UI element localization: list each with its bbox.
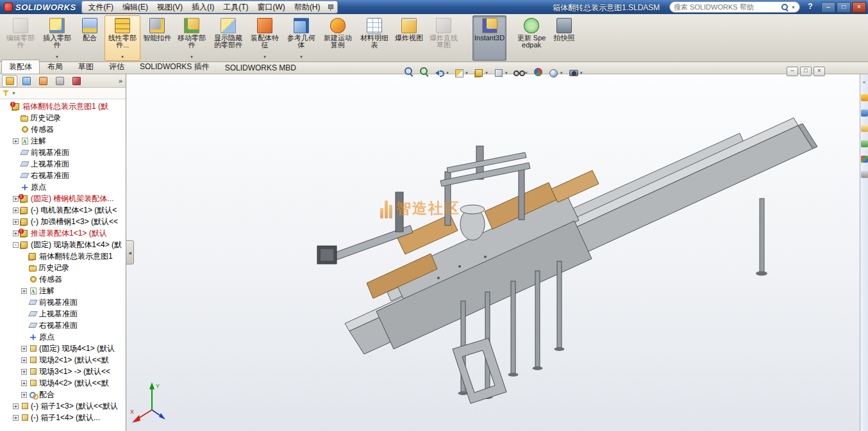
tree-expand-toggle[interactable]: + (13, 219, 19, 225)
design-library-icon[interactable] (861, 110, 868, 117)
ribbon-button[interactable]: 显示隐藏的零部件 (210, 15, 246, 61)
tree-item[interactable]: - (固定) 现场装配体1<4> (默 (0, 239, 126, 250)
tree-item[interactable]: 前视基准面 (0, 297, 126, 308)
dropdown-arrow-icon[interactable] (580, 65, 583, 77)
tree-item[interactable]: 右视基准面 (0, 170, 126, 181)
dropdown-arrow-icon[interactable] (505, 65, 508, 77)
tree-item[interactable]: 传感器 (0, 273, 126, 285)
tree-expand-toggle[interactable]: + (13, 403, 19, 409)
dropdown-arrow-icon[interactable] (524, 65, 528, 77)
file-explorer-icon[interactable] (861, 125, 868, 132)
ribbon-button[interactable]: 爆炸直线草图 (426, 15, 462, 61)
ribbon-button[interactable]: 装配体特征 (247, 15, 283, 61)
hide-show-items-icon[interactable] (513, 65, 528, 78)
tree-item[interactable]: + 注解 (0, 285, 126, 297)
tree-expand-toggle[interactable]: + (13, 231, 19, 236)
panel-tab[interactable] (19, 75, 34, 87)
view-palette-icon[interactable] (861, 140, 868, 147)
filter-funnel-icon[interactable] (3, 90, 10, 97)
edit-appearance-icon[interactable] (533, 67, 544, 77)
task-pane-expand-icon[interactable]: « (863, 79, 865, 85)
dropdown-arrow-icon[interactable] (560, 65, 563, 77)
menu-item[interactable]: 工具(T) (219, 1, 253, 13)
filter-dropdown-icon[interactable]: ▼ (12, 91, 16, 95)
tree-expand-toggle[interactable]: + (21, 357, 27, 363)
menu-item[interactable]: 窗口(W) (253, 1, 290, 13)
ribbon-button[interactable]: 参考几何体 (283, 15, 319, 61)
menu-item[interactable]: 编辑(E) (118, 1, 153, 13)
tree-item[interactable]: 上视基准面 (0, 308, 126, 320)
tree-item[interactable]: + (固定) 槽钢机架装配体... (0, 193, 126, 204)
tree-item[interactable]: 箱体翻转总装示意图1 (默 (0, 101, 126, 112)
dropdown-arrow-icon[interactable] (446, 65, 449, 77)
solidworks-resources-icon[interactable] (861, 94, 868, 101)
ribbon-button[interactable]: 材料明细表 (356, 15, 392, 61)
tree-item[interactable]: 上视基准面 (0, 158, 126, 170)
menu-item[interactable]: 帮助(H) (290, 1, 325, 13)
tree-expand-toggle[interactable]: + (21, 288, 27, 294)
panel-collapse-handle[interactable]: ◀ (126, 240, 134, 264)
graphics-area[interactable]: ◀ (126, 74, 860, 431)
ribbon-button[interactable]: 线性零部件... (104, 15, 140, 61)
tree-item[interactable]: + (-) 加强槽钢1<3> (默认<< (0, 216, 126, 227)
menu-item[interactable]: 视图(V) (153, 1, 187, 13)
panel-tab[interactable] (69, 75, 84, 87)
search-box[interactable]: 搜索 SOLIDWORKS 帮助 ▼ (669, 1, 800, 13)
tree-expand-toggle[interactable]: - (13, 242, 19, 248)
panel-tab[interactable] (2, 75, 17, 87)
tree-item[interactable]: 历史记录 (0, 112, 126, 124)
tree-item[interactable]: 右视基准面 (0, 320, 126, 331)
tree-item[interactable]: + 现场4<2> (默认<<默 (0, 377, 126, 389)
window-maximize-icon[interactable]: □ (837, 2, 851, 13)
tree-item[interactable]: + (-) 箱子1<3> (默认<<默认 (0, 400, 126, 412)
ribbon-button[interactable]: 更新 Speedpak (513, 15, 549, 61)
command-tab[interactable]: SOLIDWORKS 插件 (132, 60, 217, 74)
tree-item[interactable]: + (-) 电机装配体<1> (默认< (0, 204, 126, 216)
command-tab[interactable]: 评估 (101, 60, 132, 74)
tree-expand-toggle[interactable]: + (13, 138, 19, 144)
search-dropdown-icon[interactable]: ▼ (791, 5, 796, 10)
tree-item[interactable]: 历史记录 (0, 262, 126, 273)
tree-item[interactable]: + 现场3<1> -> (默认<< (0, 366, 126, 377)
window-close-icon[interactable]: × (852, 2, 866, 13)
panel-tab[interactable] (35, 75, 51, 87)
menu-item[interactable]: 文件(F) (84, 1, 118, 13)
document-minimize-icon[interactable]: – (787, 67, 798, 76)
zoom-to-area-icon[interactable] (419, 67, 430, 77)
assembly-3d-model[interactable] (126, 74, 860, 431)
command-tab[interactable]: 草图 (71, 60, 101, 74)
tree-item[interactable]: + 注解 (0, 135, 126, 147)
dropdown-arrow-icon[interactable] (485, 65, 488, 77)
zoom-to-fit-icon[interactable] (404, 67, 414, 77)
window-minimize-icon[interactable]: – (821, 2, 835, 13)
ribbon-button[interactable]: Instant3D (472, 15, 506, 61)
ribbon-button[interactable]: 智能扣件 (141, 15, 173, 61)
dropdown-arrow-icon[interactable] (465, 65, 469, 77)
tree-expand-toggle[interactable]: + (21, 380, 27, 386)
view-settings-icon[interactable] (569, 65, 583, 78)
tree-expand-toggle[interactable]: + (13, 196, 19, 202)
display-style-icon[interactable] (494, 65, 508, 78)
ribbon-button[interactable]: 配合 (76, 15, 104, 61)
command-tab[interactable]: 布局 (40, 60, 71, 74)
tree-item[interactable]: + (固定) 现场4<1> (默认 (0, 343, 126, 354)
tree-expand-toggle[interactable]: + (21, 369, 27, 375)
command-tab[interactable]: SOLIDWORKS MBD (217, 61, 304, 74)
tree-item[interactable]: + 推进装配体1<1> (默认 (0, 227, 126, 239)
tree-item[interactable]: 原点 (0, 181, 126, 193)
search-input[interactable]: 搜索 SOLIDWORKS 帮助 (674, 3, 779, 12)
ribbon-button[interactable]: 拍快照 (550, 15, 578, 61)
document-restore-icon[interactable]: □ (800, 67, 812, 76)
section-view-icon[interactable] (455, 65, 469, 78)
tree-item[interactable]: + (-) 箱子1<4> (默认... (0, 412, 126, 423)
tree-item[interactable]: 箱体翻转总装示意图1 (0, 250, 126, 262)
tree-item[interactable]: + 现场2<1> (默认<<默 (0, 354, 126, 366)
command-tab[interactable]: 装配体 (1, 60, 40, 74)
apply-scene-icon[interactable] (549, 65, 563, 78)
ribbon-button[interactable]: 新建运动算例 (320, 15, 356, 61)
help-icon[interactable]: ? (805, 2, 815, 12)
panel-overflow-chevron[interactable]: » (119, 77, 124, 85)
ribbon-button[interactable]: 插入零部件 (39, 15, 75, 61)
menu-item[interactable]: 插入(I) (187, 1, 219, 13)
ribbon-button[interactable]: 移动零部件 (174, 15, 210, 61)
